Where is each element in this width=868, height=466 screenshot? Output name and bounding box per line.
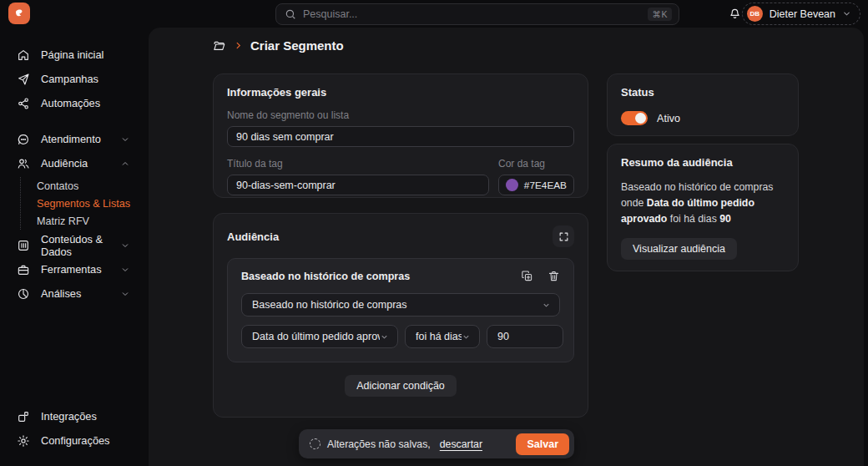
general-info-card: Informações gerais Nome do segmento ou l… — [213, 73, 588, 198]
main-panel: Criar Segmento Informações gerais Nome d… — [149, 28, 864, 466]
condition-field-select[interactable]: Data do último pedido aprovado — [241, 325, 398, 348]
chevron-down-icon — [120, 289, 130, 299]
search-input[interactable] — [303, 8, 641, 20]
status-card: Status Ativo — [607, 73, 799, 136]
condition-operator-select[interactable]: foi há dias — [405, 325, 480, 348]
search-shortcut-badge: ⌘K — [648, 8, 672, 21]
sidebar-item-home[interactable]: Página inicial — [0, 43, 149, 67]
chat-icon — [17, 133, 30, 146]
discard-link[interactable]: descartar — [440, 438, 482, 450]
users-icon — [17, 157, 30, 170]
chevron-down-icon — [462, 332, 471, 342]
segment-name-input[interactable] — [227, 126, 574, 147]
breadcrumb: Criar Segmento — [213, 38, 344, 53]
tag-color-hex: #7E4EAB — [524, 180, 567, 191]
sidebar-item-label: Audiência — [41, 157, 109, 170]
library-icon — [17, 239, 30, 252]
condition-group-title: Baseado no histórico de compras — [241, 271, 410, 282]
add-condition-button[interactable]: Adicionar condição — [345, 375, 457, 397]
notifications-bell-icon[interactable] — [728, 6, 742, 20]
chevron-down-icon — [120, 134, 130, 144]
tag-color-picker[interactable]: #7E4EAB — [498, 175, 574, 195]
status-title: Status — [621, 86, 785, 99]
unsaved-spinner-icon — [310, 438, 320, 449]
duplicate-button[interactable] — [521, 270, 533, 282]
gear-icon — [17, 434, 30, 448]
chevron-down-icon — [542, 301, 551, 310]
summary-text: Baseado no histórico de compras onde Dat… — [621, 180, 785, 227]
sidebar-item-label: Integrações — [41, 410, 130, 423]
tag-title-label: Título da tag — [227, 158, 489, 170]
sidebar-item-support[interactable]: Atendimento — [0, 127, 149, 151]
unsaved-changes-bar: Alterações não salvas, descartar Salvar — [299, 429, 574, 458]
sidebar-item-label: Automações — [41, 97, 130, 109]
chevron-right-icon — [234, 41, 243, 50]
chevron-up-icon — [120, 159, 130, 169]
status-toggle[interactable] — [621, 111, 648, 125]
save-button[interactable]: Salvar — [516, 433, 569, 455]
sidebar-item-rfv-matrix[interactable]: Matriz RFV — [37, 212, 149, 230]
folder-icon[interactable] — [213, 39, 226, 53]
summary-title: Resumo da audiência — [621, 156, 785, 169]
maximize-icon — [558, 231, 569, 242]
search-bar[interactable]: ⌘K — [275, 3, 679, 25]
delete-button[interactable] — [548, 270, 560, 282]
general-info-title: Informações gerais — [227, 86, 574, 99]
send-icon — [17, 73, 30, 86]
search-icon — [285, 8, 296, 20]
segment-name-label: Nome do segmento ou lista — [227, 109, 574, 121]
sidebar-item-segments-lists[interactable]: Segmentos & Listas — [37, 195, 149, 212]
app-logo-icon[interactable] — [8, 3, 30, 24]
tag-title-input[interactable] — [227, 175, 489, 195]
view-audience-button[interactable]: Visualizar audiência — [621, 238, 737, 260]
user-name: Dieter Bevean — [770, 8, 835, 20]
chevron-down-icon — [380, 332, 389, 342]
sidebar-item-label: Atendimento — [41, 133, 109, 145]
sidebar-item-analytics[interactable]: Análises — [0, 281, 149, 306]
unsaved-text: Alterações não salvas, — [327, 438, 431, 450]
audience-summary-card: Resumo da audiência Baseado no histórico… — [607, 144, 799, 271]
chevron-down-icon — [120, 241, 130, 251]
sidebar-item-integrations[interactable]: Integrações — [0, 404, 149, 428]
expand-button[interactable] — [553, 225, 574, 247]
sidebar-item-audience[interactable]: Audiência — [0, 151, 149, 175]
audience-title: Audiência — [227, 230, 279, 243]
chevron-down-icon — [120, 265, 130, 275]
status-toggle-label: Ativo — [657, 113, 680, 124]
sidebar: Página inicial Campanhas Automações Aten… — [0, 28, 149, 466]
workflow-icon — [17, 97, 30, 110]
sidebar-item-label: Campanhas — [41, 73, 130, 85]
toolbox-icon — [17, 263, 30, 276]
sidebar-item-tools[interactable]: Ferramentas — [0, 257, 149, 281]
sidebar-item-label: Ferramentas — [41, 263, 109, 276]
tag-color-label: Cor da tag — [498, 158, 574, 170]
sidebar-item-label: Configurações — [41, 434, 130, 447]
pie-chart-icon — [17, 287, 30, 301]
condition-group: Baseado no histórico de compras Baseado … — [227, 258, 574, 362]
sidebar-item-settings[interactable]: Configurações — [0, 428, 149, 453]
sidebar-item-content-data[interactable]: Conteúdos & Dados — [0, 233, 149, 257]
condition-value-input[interactable] — [487, 325, 563, 348]
chevron-down-icon — [842, 9, 851, 18]
user-menu[interactable]: DB Dieter Bevean — [742, 3, 860, 25]
topbar: ⌘K DB Dieter Bevean — [0, 0, 868, 28]
sidebar-item-automations[interactable]: Automações — [0, 91, 149, 115]
sidebar-item-campaigns[interactable]: Campanhas — [0, 67, 149, 91]
sidebar-item-label: Análises — [41, 287, 109, 300]
condition-type-select[interactable]: Baseado no histórico de compras — [241, 293, 560, 317]
avatar: DB — [747, 6, 763, 22]
sidebar-item-contacts[interactable]: Contatos — [37, 177, 149, 195]
tag-color-swatch[interactable] — [506, 179, 518, 191]
sidebar-item-label: Conteúdos & Dados — [41, 233, 109, 258]
audience-subnav: Contatos Segmentos & Listas Matriz RFV — [0, 177, 149, 230]
sidebar-item-label: Página inicial — [41, 48, 130, 61]
audience-card: Audiência Baseado no histórico de compra… — [213, 213, 588, 418]
page-title: Criar Segmento — [250, 38, 344, 53]
blocks-icon — [17, 410, 30, 423]
home-icon — [17, 48, 30, 62]
